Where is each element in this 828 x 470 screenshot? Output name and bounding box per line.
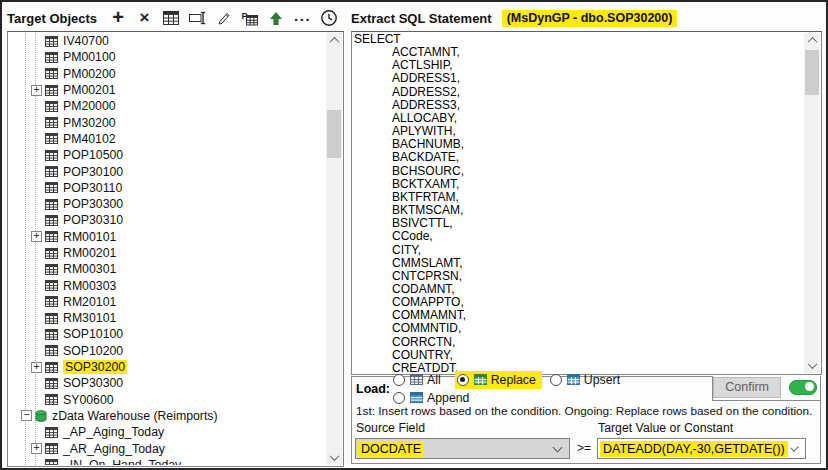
load-option-all[interactable]: All [393,373,441,387]
tree-item-ap-aging-today[interactable]: _AP_Aging_Today [9,424,326,440]
scrollbar-thumb[interactable] [327,110,341,158]
expand-plus-icon[interactable]: + [31,231,42,242]
tree-indent-spacer [31,52,42,63]
tree-item-label: SY00600 [63,393,114,407]
tree-item-rm30101[interactable]: RM30101 [9,310,326,326]
tree-item-rm00303[interactable]: RM00303 [9,277,326,293]
table-icon [45,280,58,291]
tree-indent-spacer [31,394,42,405]
radio-upsert[interactable] [550,374,562,386]
scrollbar-thumb[interactable] [805,50,819,95]
sql-statement-text[interactable]: SELECTACCTAMNT,ACTLSHIP,ADDRESS1,ADDRESS… [354,33,803,373]
tree-indent-spacer [31,150,42,161]
load-option-label: Append [427,391,469,405]
tree-item-label: POP30300 [63,197,123,211]
tree-item-sop10100[interactable]: SOP10100 [9,326,326,342]
tree-item-rm00201[interactable]: RM00201 [9,245,326,261]
rename-icon[interactable] [186,8,208,28]
tree-item-pm20000[interactable]: PM20000 [9,98,326,114]
table-icon [45,345,58,356]
schedule-icon[interactable] [318,8,340,28]
expand-plus-icon[interactable]: + [31,362,42,373]
sql-line: CMMSLAMT, [354,257,803,270]
tree-indent-spacer [31,166,42,177]
extract-sql-header: Extract SQL Statement (MsDynGP - dbo.SOP… [351,5,822,31]
radio-replace[interactable] [457,374,469,386]
append-table-icon [410,392,423,403]
tree-rows: IV40700PM00100PM00200+PM00201PM20000PM30… [9,33,326,465]
ptable-icon[interactable]: P [239,8,261,28]
tree-item-pop30310[interactable]: POP30310 [9,212,326,228]
tree-item-pop30100[interactable]: POP30100 [9,163,326,179]
delete-icon[interactable]: × [133,8,155,28]
tree-item-label: PM20000 [63,99,116,113]
tree-item-label: SOP10100 [63,327,123,341]
upsert-table-icon [567,374,580,385]
tree-item-pm00201[interactable]: +PM00201 [9,82,326,98]
load-panel: Load: AllReplaceUpsertAppend Confirm 1st… [351,376,821,464]
tree-indent-spacer [31,427,42,438]
tree-item-ar-aging-today[interactable]: +_AR_Aging_Today [9,440,326,456]
target-objects-title: Target Objects [7,11,97,26]
tree-item-pm30200[interactable]: PM30200 [9,114,326,130]
target-value-dropdown[interactable]: DATEADD(DAY,-30,GETDATE()) [597,438,806,459]
table-icon [45,296,58,307]
tree-item-label: SOP10200 [63,344,123,358]
tree-item-sop30200[interactable]: +SOP30200 [9,359,326,375]
tree-item-pop30110[interactable]: POP30110 [9,180,326,196]
sql-scrollbar[interactable] [804,33,820,373]
table-icon [45,85,58,96]
collapse-minus-icon[interactable]: − [21,410,32,421]
toggle-knob [805,382,814,391]
tree-item-label: POP30310 [63,213,123,227]
tree-indent-spacer [31,215,42,226]
radio-append[interactable] [393,392,405,404]
tree-item-label: RM00303 [63,279,116,293]
tree-item-sop30300[interactable]: SOP30300 [9,375,326,391]
confirm-button[interactable]: Confirm [713,377,781,398]
add-icon[interactable]: + [107,8,129,28]
radio-all[interactable] [393,374,405,386]
table-icon [45,329,58,340]
sql-line: BCHSOURC, [354,165,803,178]
load-option-append[interactable]: Append [393,391,469,405]
tree-item-pm00200[interactable]: PM00200 [9,66,326,82]
more-icon[interactable]: ... [292,8,314,28]
tree-item-pm00100[interactable]: PM00100 [9,49,326,65]
load-option-upsert[interactable]: Upsert [550,373,620,387]
tree-indent-spacer [31,280,42,291]
load-toggle-switch[interactable] [789,380,817,395]
table-icon[interactable] [160,8,182,28]
tree-item-rm20101[interactable]: RM20101 [9,294,326,310]
tree-item-sy00600[interactable]: SY00600 [9,392,326,408]
tree-item-in-on-hand-today[interactable]: _IN_On_Hand_Today [9,457,326,465]
tree-indent-spacer [31,101,42,112]
tree-item-sop10200[interactable]: SOP10200 [9,343,326,359]
load-options-group: AllReplaceUpsertAppend [393,371,708,408]
tree-item-pm40102[interactable]: PM40102 [9,131,326,147]
tree-item-rm00301[interactable]: RM00301 [9,261,326,277]
scroll-up-button[interactable] [804,33,820,48]
load-actions: Confirm [713,375,820,401]
scroll-up-button[interactable] [326,33,342,48]
scroll-down-button[interactable] [804,358,820,373]
tree-item-pop10500[interactable]: POP10500 [9,147,326,163]
tree-item-iv40700[interactable]: IV40700 [9,33,326,49]
expand-plus-icon[interactable]: + [31,443,42,454]
scroll-down-button[interactable] [326,450,342,465]
upload-icon[interactable] [265,8,287,28]
tree-item-label: _IN_On_Hand_Today [63,458,181,465]
expand-plus-icon[interactable]: + [31,85,42,96]
extract-sql-pane: Extract SQL Statement (MsDynGP - dbo.SOP… [351,5,822,464]
table-icon [45,248,58,259]
tree-scrollbar[interactable] [326,33,342,465]
edit-icon[interactable] [213,8,235,28]
table-icon [45,199,58,210]
target-objects-toolbar: +×P... [97,8,344,28]
load-option-replace[interactable]: Replace [455,371,542,389]
table-icon [45,101,58,112]
source-field-dropdown[interactable]: DOCDATE [355,438,570,459]
tree-item-rm00101[interactable]: +RM00101 [9,229,326,245]
tree-item-zdata-warehouse-reimports[interactable]: −zData Warehouse (Reimports) [9,408,326,424]
tree-item-pop30300[interactable]: POP30300 [9,196,326,212]
